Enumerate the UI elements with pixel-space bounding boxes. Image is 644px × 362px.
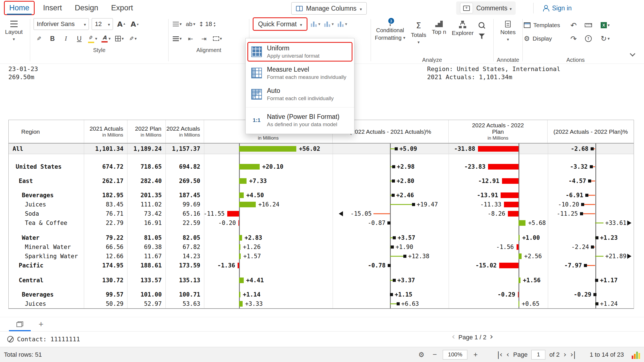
zoom-level[interactable]: 100% xyxy=(443,350,467,359)
wrap-text-button[interactable]: ab xyxy=(185,18,196,30)
bold-button[interactable]: B xyxy=(47,33,58,44)
table-row[interactable]: Juices83.45111.0299.69+16.24+19.47-11.33… xyxy=(9,200,634,209)
wrap-text-icon: ab xyxy=(186,21,192,27)
measure-button[interactable] xyxy=(581,19,596,31)
last-page-button[interactable] xyxy=(570,350,576,359)
column-format-button-3[interactable] xyxy=(337,18,348,30)
conditional-formatting-button[interactable]: 3 Conditional Formatting xyxy=(372,19,408,43)
table-row[interactable]: All1,101.341,189.241,157.37+56.02+5.09-3… xyxy=(9,144,634,154)
table-row[interactable]: Water79.2281.0582.05+2.83+3.57+1.00+1.23 xyxy=(9,233,634,242)
column-format-button-2[interactable] xyxy=(324,18,334,30)
menu-item-desc: Apply universal format xyxy=(267,53,319,59)
comments-button[interactable]: Comments xyxy=(476,4,512,12)
tab-home[interactable]: Home xyxy=(4,1,35,15)
table-row[interactable]: Central130.72133.57135.13+4.41+3.37+1.56… xyxy=(9,276,634,285)
explorer-button[interactable]: Explorer xyxy=(449,19,476,38)
row-height-control[interactable]: 18 xyxy=(199,18,215,30)
borders-button[interactable] xyxy=(114,33,125,44)
settings-button[interactable] xyxy=(416,351,427,359)
highlight-color-button[interactable] xyxy=(87,33,98,44)
templates-button[interactable]: Templates xyxy=(524,22,566,29)
tab-export[interactable]: Export xyxy=(107,2,138,14)
cell-a2021: 22.79 xyxy=(84,218,127,227)
filter-button[interactable] xyxy=(477,34,487,39)
menu-item-measure-level[interactable]: Measure Level Format each measure indivi… xyxy=(246,62,354,84)
sign-in-button[interactable]: Sign in xyxy=(539,2,575,14)
totals-button[interactable]: Totals xyxy=(408,19,429,46)
menu-item-auto[interactable]: Auto Format each cell individually xyxy=(246,84,354,105)
table-row[interactable]: Sparkling Water12.6611.6714.23+1.57+12.3… xyxy=(9,251,634,261)
column-format-button-1[interactable] xyxy=(310,18,321,30)
column-header-region[interactable]: Region xyxy=(9,120,84,143)
search-button[interactable] xyxy=(477,22,487,29)
table-row[interactable]: East262.17282.40269.50+7.33+2.80-12.91-4… xyxy=(9,176,634,185)
refresh-button[interactable] xyxy=(596,33,614,44)
tab-insert[interactable]: Insert xyxy=(39,2,67,14)
decrease-indent-button[interactable] xyxy=(185,33,196,44)
font-family-select[interactable]: Inforiver Sans xyxy=(34,18,89,30)
column-header-p2022[interactable]: 2022 Planin Millions xyxy=(127,120,166,143)
table-row[interactable]: Tea & Coffee22.7916.9122.59-0.20-0.87+5.… xyxy=(9,218,634,227)
table-row[interactable]: Beverages99.57101.00100.71+1.14+1.15-0.2… xyxy=(9,290,634,299)
undo-button[interactable] xyxy=(566,19,581,31)
next-page-button[interactable] xyxy=(564,350,566,359)
font-color-button[interactable] xyxy=(101,33,111,44)
increase-indent-button[interactable] xyxy=(199,33,209,44)
redo-button[interactable] xyxy=(566,33,581,44)
export-excel-button[interactable] xyxy=(596,19,614,31)
add-sheet-button[interactable]: + xyxy=(39,319,44,329)
negative-bar xyxy=(518,292,518,297)
tab-design[interactable]: Design xyxy=(70,2,103,14)
table-row[interactable]: Beverages182.95201.35187.45+4.50+2.46-13… xyxy=(9,191,634,200)
pin-marker xyxy=(412,203,415,206)
column-title: (2022 Actuals - 2021 Actuals)% xyxy=(350,128,431,135)
positive-bar xyxy=(239,292,240,297)
horizontal-align-button[interactable] xyxy=(172,33,183,44)
manage-columns-button[interactable]: Manage Columns xyxy=(291,2,367,15)
column-header-a2022[interactable]: 2022 Actualsin Millions xyxy=(166,120,204,143)
table-row[interactable]: Soda76.7173.4265.16-11.55-15.05-8.26-11.… xyxy=(9,209,634,218)
chart-value-label: -31.88 xyxy=(454,144,475,154)
display-button[interactable]: Display xyxy=(524,35,566,43)
column-header-v2[interactable]: 2022 Actuals - 2022 Planin Millions xyxy=(449,120,548,143)
table-row[interactable]: Juices50.2952.9753.63+3.33+6.63+0.65+1.2… xyxy=(9,299,634,308)
format-painter-button[interactable] xyxy=(34,33,44,44)
menu-item-native[interactable]: 1:1 Native (Power BI Format) As defined … xyxy=(246,110,354,131)
previous-page-button[interactable] xyxy=(506,350,509,359)
zoom-out-button[interactable]: − xyxy=(431,350,438,359)
column-header-a2021[interactable]: 2021 Actualsin Millions xyxy=(84,120,127,143)
positive-bar xyxy=(239,202,255,207)
page-input[interactable] xyxy=(531,350,545,359)
increase-font-button[interactable] xyxy=(116,18,126,30)
quick-format-button[interactable]: Quick Format xyxy=(253,17,307,31)
notes-button[interactable]: Notes xyxy=(498,19,518,44)
add-comment-button[interactable] xyxy=(460,3,473,13)
refresh-arrow-icon xyxy=(601,34,607,43)
next-page-chevron[interactable] xyxy=(490,333,493,341)
cell-outline-button[interactable] xyxy=(212,33,223,44)
vertical-align-button[interactable] xyxy=(172,18,183,30)
sheet-tab-1[interactable] xyxy=(8,317,32,331)
zero-axis xyxy=(595,144,596,308)
table-row[interactable]: Mineral Water66.5669.3867.82+1.26+1.90-1… xyxy=(9,242,634,251)
stepper[interactable] xyxy=(214,21,215,27)
zoom-in-button[interactable]: + xyxy=(472,350,479,359)
previous-page-chevron[interactable] xyxy=(452,333,455,341)
layout-button[interactable]: Layout xyxy=(2,19,25,43)
cell-p2022: 718.65 xyxy=(127,162,166,171)
publish-button[interactable] xyxy=(581,33,596,44)
strikethrough-button[interactable] xyxy=(127,33,138,44)
table-row[interactable]: Pacific174.95188.61173.59-1.36-0.78-15.0… xyxy=(9,261,634,270)
table-row[interactable]: United States674.72718.65694.82+20.10+2.… xyxy=(9,162,634,171)
bar-cell-v2: +0.65 xyxy=(449,299,548,308)
underline-button[interactable]: U xyxy=(74,33,84,44)
italic-button[interactable]: I xyxy=(60,33,71,44)
top-n-button[interactable]: Top n xyxy=(429,19,449,37)
collapse-ribbon-button[interactable] xyxy=(627,48,638,60)
font-size-select[interactable]: 12 xyxy=(92,18,113,30)
first-page-button[interactable] xyxy=(497,350,502,359)
column-header-p2[interactable]: (2022 Actuals - 2022 Plan)% xyxy=(548,120,634,143)
menu-item-uniform[interactable]: Uniform Apply universal format xyxy=(246,41,354,62)
positive-bar xyxy=(518,253,522,259)
decrease-font-button[interactable] xyxy=(129,18,140,30)
